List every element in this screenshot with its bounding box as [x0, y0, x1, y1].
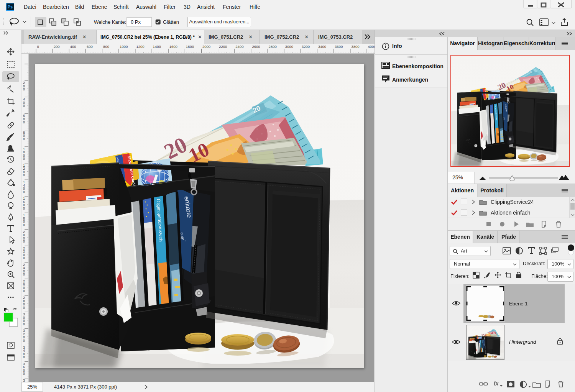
svg-text:2200: 2200 [219, 44, 227, 49]
svg-text:0: 0 [23, 190, 25, 194]
svg-text:0: 0 [23, 104, 25, 108]
svg-text:0: 0 [23, 223, 25, 227]
svg-text:0: 0 [23, 207, 25, 210]
svg-text:3000: 3000 [285, 44, 293, 49]
svg-text:0: 0 [37, 44, 39, 49]
svg-text:800: 800 [103, 44, 109, 49]
svg-text:1000: 1000 [120, 44, 128, 49]
svg-text:0: 0 [23, 355, 25, 359]
svg-text:0: 0 [23, 256, 25, 260]
svg-text:1200: 1200 [136, 44, 144, 49]
svg-text:400: 400 [70, 44, 76, 49]
svg-text:0: 0 [23, 289, 25, 293]
svg-text:1600: 1600 [169, 44, 177, 49]
svg-text:4000: 4000 [368, 44, 375, 49]
svg-text:0: 0 [23, 272, 25, 276]
svg-text:0: 0 [23, 339, 25, 343]
svg-text:0: 0 [23, 137, 25, 141]
svg-text:200: 200 [54, 44, 60, 49]
svg-text:600: 600 [87, 44, 93, 49]
svg-text:3600: 3600 [335, 44, 343, 49]
svg-text:1800: 1800 [186, 44, 194, 49]
svg-text:0: 0 [23, 372, 25, 376]
svg-text:0: 0 [23, 157, 25, 161]
svg-text:2800: 2800 [269, 44, 277, 49]
svg-text:0: 0 [23, 306, 25, 310]
svg-text:3200: 3200 [302, 44, 310, 49]
svg-text:0: 0 [23, 120, 25, 124]
svg-text:3400: 3400 [318, 44, 326, 49]
svg-text:1400: 1400 [153, 44, 161, 49]
svg-text:0: 0 [23, 173, 25, 177]
svg-text:2000: 2000 [202, 44, 210, 49]
svg-text:0: 0 [23, 322, 25, 326]
svg-text:0: 0 [23, 87, 25, 91]
svg-text:0: 0 [23, 239, 25, 243]
svg-text:2400: 2400 [235, 44, 243, 49]
svg-text:2600: 2600 [252, 44, 260, 49]
svg-text:3800: 3800 [351, 44, 359, 49]
